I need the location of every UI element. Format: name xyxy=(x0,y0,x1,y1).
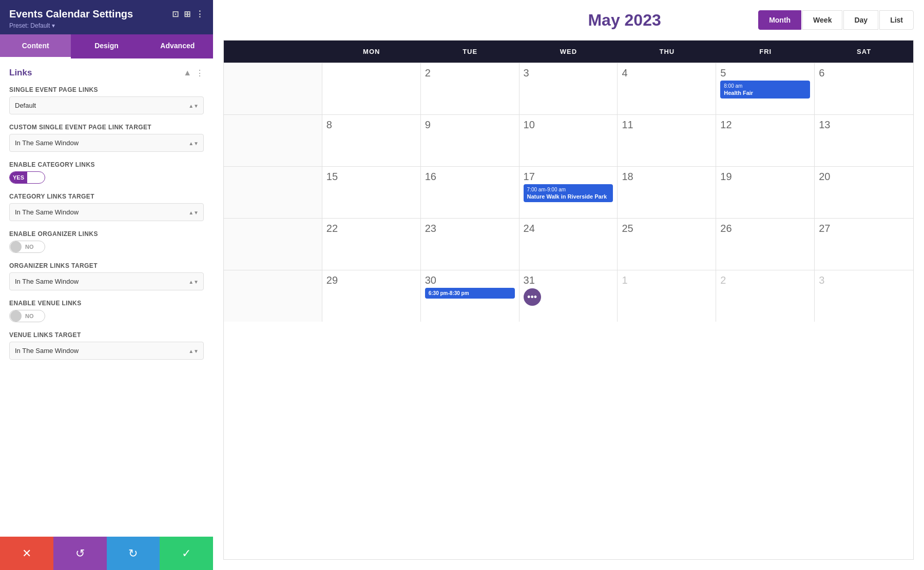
redo-icon: ↻ xyxy=(128,547,138,560)
cal-cell-w4-thu: 25 xyxy=(618,219,716,270)
enable-venue-toggle-row: NO xyxy=(9,310,204,322)
venue-links-target-select-wrapper: In The Same Window In A New Window xyxy=(9,342,204,360)
layout-icon[interactable]: ⊞ xyxy=(184,9,190,19)
cal-cell-w4-tue: 23 xyxy=(421,219,519,270)
enable-venue-toggle[interactable]: NO xyxy=(9,310,45,322)
cal-header-wed: WED xyxy=(519,41,618,63)
toggle-yes-label: YES xyxy=(10,172,27,183)
venue-links-target-field: Venue Links Target In The Same Window In… xyxy=(9,331,204,360)
preset-label: Preset: Default ▾ xyxy=(9,22,204,29)
cal-cell-w5-sat: 3 xyxy=(815,270,913,322)
enable-category-toggle[interactable]: YES xyxy=(9,171,45,184)
cal-cell-w5-mon: 29 xyxy=(322,270,421,322)
cal-cell-w1-thu: 4 xyxy=(618,63,716,114)
event-nature-walk[interactable]: 7:00 am-9:00 am Nature Walk in Riverside… xyxy=(524,184,613,202)
calendar-panel: May 2023 Month Week Day List MON TUE WED… xyxy=(213,0,924,570)
view-month-button[interactable]: Month xyxy=(758,10,801,30)
event-health-fair[interactable]: 8:00 am Health Fair xyxy=(720,81,810,99)
cal-header-fri: FRI xyxy=(716,41,815,63)
toggle-handle-venue xyxy=(10,310,22,322)
cal-cell-w1-wed: 3 xyxy=(519,63,618,114)
custom-link-target-select[interactable]: In The Same Window In A New Window xyxy=(9,134,204,152)
cal-header-mon: MON xyxy=(322,41,421,63)
cal-cell-w2-tue: 9 xyxy=(421,115,519,166)
cal-cell-w4-mon: 22 xyxy=(322,219,421,270)
tab-content[interactable]: Content xyxy=(0,34,71,58)
collapse-icon[interactable]: ▲ xyxy=(183,68,191,77)
custom-link-target-label: Custom Single Event Page Link Target xyxy=(9,124,204,131)
cal-week-5: 29 30 6:30 pm-8:30 pm 31 ••• 1 2 3 xyxy=(224,270,913,322)
more-icon[interactable]: ⋮ xyxy=(196,9,204,19)
cal-cell-w3-tue: 16 xyxy=(421,167,519,218)
enable-category-links-field: Enable Category Links YES xyxy=(9,161,204,184)
panel-content: Links ▲ ⋮ Single Event Page Links Defaul… xyxy=(0,58,213,537)
cal-cell-w2-fri: 12 xyxy=(716,115,815,166)
organizer-links-target-label: Organizer Links Target xyxy=(9,262,204,269)
single-event-links-select-wrapper: Default Custom xyxy=(9,96,204,114)
category-links-target-select[interactable]: In The Same Window In A New Window xyxy=(9,203,204,221)
cal-cell-w1-mon xyxy=(322,63,421,114)
undo-button[interactable]: ↺ xyxy=(53,537,107,570)
cal-cell-w4-sat: 27 xyxy=(815,219,913,270)
toggle-handle xyxy=(28,172,39,183)
event-title-walk: Nature Walk in Riverside Park xyxy=(527,193,610,200)
event-time: 8:00 am xyxy=(724,83,806,89)
undo-icon: ↺ xyxy=(75,547,85,560)
view-day-button[interactable]: Day xyxy=(843,10,878,30)
view-week-button[interactable]: Week xyxy=(802,10,842,30)
enable-venue-links-field: Enable Venue Links NO xyxy=(9,300,204,322)
venue-links-target-select[interactable]: In The Same Window In A New Window xyxy=(9,342,204,360)
cal-cell-w3-mon: 15 xyxy=(322,167,421,218)
cal-cell-w1-sat: 6 xyxy=(815,63,913,114)
enable-organizer-links-field: Enable Organizer Links NO xyxy=(9,230,204,253)
cal-header-sat: SAT xyxy=(815,41,913,63)
tab-advanced[interactable]: Advanced xyxy=(142,34,213,58)
organizer-links-target-select[interactable]: In The Same Window In A New Window xyxy=(9,272,204,290)
save-button[interactable]: ✓ xyxy=(160,537,213,570)
save-icon: ✓ xyxy=(182,547,191,560)
cal-cell-w1-fri: 5 8:00 am Health Fair xyxy=(716,63,815,114)
view-list-button[interactable]: List xyxy=(879,10,914,30)
cal-cell-w4-sun xyxy=(224,219,322,270)
organizer-links-target-field: Organizer Links Target In The Same Windo… xyxy=(9,262,204,290)
cal-week-2: 8 9 10 11 12 13 xyxy=(224,114,913,166)
calendar-header: MON TUE WED THU FRI SAT xyxy=(224,41,913,63)
custom-link-target-field: Custom Single Event Page Link Target In … xyxy=(9,124,204,152)
category-links-target-field: Category Links Target In The Same Window… xyxy=(9,193,204,221)
links-section-header: Links ▲ ⋮ xyxy=(9,68,204,78)
single-event-links-select[interactable]: Default Custom xyxy=(9,96,204,114)
links-section-title: Links xyxy=(9,68,32,78)
cal-cell-w3-fri: 19 xyxy=(716,167,815,218)
calendar-grid: MON TUE WED THU FRI SAT 2 3 4 5 8:00 am … xyxy=(223,40,914,560)
view-buttons: Month Week Day List xyxy=(758,10,914,30)
tab-design[interactable]: Design xyxy=(71,34,142,58)
enable-organizer-toggle-row: NO xyxy=(9,241,204,253)
enable-category-links-label: Enable Category Links xyxy=(9,161,204,168)
cal-cell-w1-tue: 2 xyxy=(421,63,519,114)
organizer-links-target-select-wrapper: In The Same Window In A New Window xyxy=(9,272,204,290)
section-controls: ▲ ⋮ xyxy=(183,68,204,78)
toggle-no-label-venue: NO xyxy=(22,310,37,322)
cancel-button[interactable]: ✕ xyxy=(0,537,53,570)
event-time-walk: 7:00 am-9:00 am xyxy=(527,186,610,193)
cal-cell-w2-sun xyxy=(224,115,322,166)
tab-bar: Content Design Advanced xyxy=(0,34,213,58)
section-more-icon[interactable]: ⋮ xyxy=(196,68,204,78)
cal-cell-w2-mon: 8 xyxy=(322,115,421,166)
more-events-button[interactable]: ••• xyxy=(524,288,541,306)
enable-venue-links-label: Enable Venue Links xyxy=(9,300,204,307)
cal-week-4: 22 23 24 25 26 27 xyxy=(224,218,913,270)
action-bar: ✕ ↺ ↻ ✓ xyxy=(0,537,213,570)
redo-button[interactable]: ↻ xyxy=(107,537,160,570)
cal-cell-w5-wed: 31 ••• xyxy=(519,270,618,322)
cal-cell-w3-thu: 18 xyxy=(618,167,716,218)
cal-cell-w3-wed: 17 7:00 am-9:00 am Nature Walk in Rivers… xyxy=(519,167,618,218)
enable-organizer-toggle[interactable]: NO xyxy=(9,241,45,253)
cal-cell-w3-sun xyxy=(224,167,322,218)
single-event-links-field: Single Event Page Links Default Custom xyxy=(9,86,204,114)
event-630[interactable]: 6:30 pm-8:30 pm xyxy=(425,288,515,299)
window-icon[interactable]: ⊡ xyxy=(172,9,179,19)
panel-title: Events Calendar Settings xyxy=(9,8,172,20)
cal-week-1: 2 3 4 5 8:00 am Health Fair 6 xyxy=(224,63,913,114)
venue-links-target-label: Venue Links Target xyxy=(9,331,204,339)
